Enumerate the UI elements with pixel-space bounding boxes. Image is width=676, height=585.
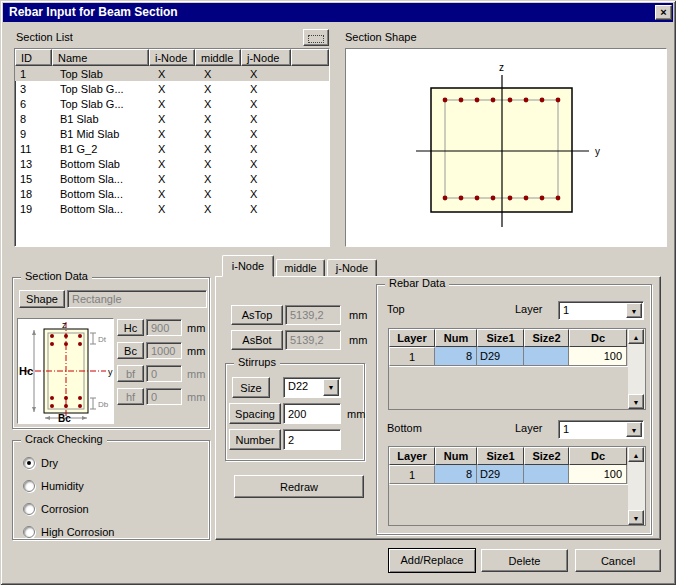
table-row[interactable]: 1Top SlabXXX [15,66,329,81]
table-row[interactable]: 15Bottom Sla...XXX [15,171,329,186]
cell-dc[interactable]: 100 [569,465,627,484]
tab-i-node[interactable]: i-Node [222,255,274,277]
cell-size2[interactable] [524,465,569,484]
rebar-top-scrollbar[interactable]: ▲ ▼ [628,329,645,409]
crack-checking-group: Crack Checking Dry Humidity Corrosion Hi… [12,440,210,540]
table-row[interactable]: 19Bottom Sla...XXX [15,201,329,216]
tab-j-node[interactable]: j-Node [327,259,377,277]
column-header-j-node[interactable]: j-Node [241,49,291,66]
rebar-col-size1: Size1 [477,329,524,347]
radio-high-corrosion[interactable] [23,526,35,538]
rebar-col-dc: Dc [569,447,627,465]
cell-name: B1 G_2 [52,143,149,155]
table-row[interactable]: 18Bottom Sla...XXX [15,186,329,201]
add-replace-button[interactable]: Add/Replace [388,548,476,573]
cell-id: 9 [15,128,52,140]
cell-dc[interactable]: 100 [569,347,627,366]
section-picker-button[interactable] [303,29,329,46]
section-data-group: Section Data Shape Rectangle z y [12,277,210,429]
close-button[interactable]: × [655,5,672,20]
chevron-down-icon[interactable]: ▼ [626,422,642,437]
cell-middle: X [195,188,241,200]
cell-num[interactable]: 8 [435,465,477,484]
cell-num[interactable]: 8 [435,347,477,366]
column-header-id[interactable]: ID [15,49,52,66]
cell-i-node: X [149,83,195,95]
cell-layer[interactable]: 1 [389,347,435,366]
cell-name: Bottom Sla... [52,173,149,185]
cell-middle: X [195,128,241,140]
cell-name: B1 Slab [52,113,149,125]
scroll-up-icon[interactable]: ▲ [628,329,644,344]
stirrup-number-label: Number [229,429,281,450]
cell-size1[interactable]: D29 [477,465,524,484]
cell-j-node: X [241,113,291,125]
column-header-i-node[interactable]: i-Node [149,49,195,66]
cell-j-node: X [241,158,291,170]
cell-id: 3 [15,83,52,95]
cell-id: 8 [15,113,52,125]
radio-high-corrosion-label: High Corrosion [41,526,114,538]
column-header-name[interactable]: Name [52,49,149,66]
table-row[interactable]: 6Top Slab G...XXX [15,96,329,111]
as-bot-label: AsBot [231,330,283,350]
stirrup-spacing-input[interactable] [283,403,341,424]
cell-j-node: X [241,98,291,110]
chevron-down-icon[interactable]: ▼ [626,303,642,318]
cell-size1[interactable]: D29 [477,347,524,366]
rebar-col-size2: Size2 [524,329,569,347]
table-row[interactable]: 13Bottom SlabXXX [15,156,329,171]
section-list-header: ID Name i-Node middle j-Node [15,49,329,66]
bf-field: 0 [146,365,182,382]
section-shape-view: z y [345,48,667,247]
column-header-middle[interactable]: middle [195,49,241,66]
cell-middle: X [195,83,241,95]
rebar-top-label: Top [387,303,405,315]
window-title: Rebar Input for Beam Section [9,5,178,19]
hc-unit: mm [187,322,205,334]
table-row: 1 8 D29 100 [389,347,628,367]
table-row[interactable]: 9B1 Mid SlabXXX [15,126,329,141]
table-row[interactable]: 8B1 SlabXXX [15,111,329,126]
cell-id: 18 [15,188,52,200]
stirrups-group-label: Stirrups [234,356,280,368]
table-row[interactable]: 3Top Slab G...XXX [15,81,329,96]
radio-humidity[interactable] [23,480,35,492]
diagram-dt-label: Dt [98,335,107,344]
close-icon: × [660,6,666,18]
rebar-bottom-table: Layer Num Size1 Size2 Dc 1 8 D29 100 ▲ ▼ [388,446,646,526]
delete-button[interactable]: Delete [481,549,568,572]
shape-label: Shape [19,290,65,308]
radio-corrosion[interactable] [23,503,35,515]
title-bar[interactable]: Rebar Input for Beam Section × [3,3,673,22]
rebar-bottom-scrollbar[interactable]: ▲ ▼ [628,447,645,525]
radio-humidity-label: Humidity [41,480,84,492]
cell-middle: X [195,173,241,185]
table-row[interactable]: 11B1 G_2XXX [15,141,329,156]
cell-layer[interactable]: 1 [389,465,435,484]
cell-i-node: X [149,98,195,110]
chevron-down-icon[interactable]: ▼ [323,379,339,396]
stirrup-spacing-unit: mm [347,408,365,420]
rebar-top-layer-select[interactable]: 1 ▼ [558,301,644,320]
scroll-up-icon[interactable]: ▲ [628,447,644,462]
scroll-down-icon[interactable]: ▼ [628,510,644,525]
cell-middle: X [195,158,241,170]
tab-middle[interactable]: middle [276,259,325,277]
cancel-button[interactable]: Cancel [575,549,661,572]
stirrup-number-input[interactable] [283,429,341,450]
redraw-button[interactable]: Redraw [234,475,364,498]
bc-field: 1000 [146,342,182,359]
radio-dry[interactable] [23,457,35,469]
cell-i-node: X [149,143,195,155]
rebar-col-size2: Size2 [524,447,569,465]
section-diagram: z y Hc Bc Dt Db [17,318,114,424]
cell-size2[interactable] [524,347,569,366]
cell-middle: X [195,98,241,110]
stirrup-size-select[interactable]: D22 ▼ [283,377,341,398]
cell-id: 19 [15,203,52,215]
rebar-col-size1: Size1 [477,447,524,465]
scroll-down-icon[interactable]: ▼ [628,394,644,409]
diagram-db-label: Db [98,400,109,409]
rebar-bottom-layer-select[interactable]: 1 ▼ [558,420,644,439]
